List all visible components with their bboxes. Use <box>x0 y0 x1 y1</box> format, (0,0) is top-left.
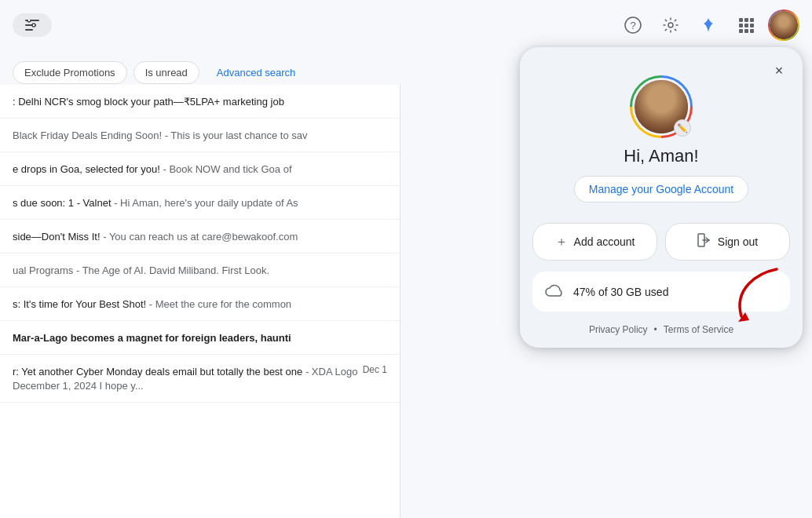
svg-rect-8 <box>739 18 743 22</box>
apps-button[interactable] <box>730 9 762 41</box>
help-button[interactable]: ? <box>617 9 649 41</box>
avatar <box>770 11 798 39</box>
list-item[interactable]: Dec 1 r: Yet another Cyber Monday deals … <box>0 355 400 403</box>
list-item[interactable]: ual Programs - The Age of AI. David Mili… <box>0 254 400 287</box>
panel-actions: ＋ Add account Sign out <box>532 223 790 261</box>
list-item[interactable]: s due soon: 1 - Valnet - Hi Aman, here's… <box>0 186 400 220</box>
topbar: ? <box>0 0 812 50</box>
cloud-icon <box>545 283 564 301</box>
svg-point-7 <box>668 23 673 27</box>
terms-of-service-link[interactable]: Terms of Service <box>664 324 733 335</box>
svg-rect-10 <box>750 18 754 22</box>
email-list: : Delhi NCR's smog block your path—₹5LPA… <box>0 85 401 518</box>
svg-point-3 <box>27 20 31 22</box>
filter-button[interactable] <box>13 13 52 37</box>
svg-rect-11 <box>739 24 743 27</box>
topbar-left <box>13 13 52 37</box>
list-item[interactable]: Black Friday Deals Ending Soon! - This i… <box>0 119 400 152</box>
svg-rect-12 <box>744 24 748 27</box>
profile-panel: × ✏️ Hi, Aman! Manage your Google Accoun… <box>520 47 803 348</box>
svg-rect-16 <box>750 29 754 33</box>
svg-rect-14 <box>739 29 743 33</box>
close-button[interactable]: × <box>766 58 792 83</box>
profile-greeting: Hi, Aman! <box>624 146 698 166</box>
is-unread-chip[interactable]: Is unread <box>134 61 199 84</box>
add-account-label: Add account <box>574 235 635 248</box>
sign-out-button[interactable]: Sign out <box>665 223 790 261</box>
sign-out-icon <box>697 233 711 250</box>
add-account-button[interactable]: ＋ Add account <box>532 223 657 261</box>
list-item[interactable]: e drops in Goa, selected for you! - Book… <box>0 152 400 186</box>
svg-rect-9 <box>744 18 748 22</box>
topbar-right: ? <box>617 9 799 41</box>
panel-footer: Privacy Policy • Terms of Service <box>532 321 790 335</box>
sign-out-label: Sign out <box>718 235 758 248</box>
profile-avatar-wrap: ✏️ <box>630 75 693 138</box>
storage-text: 47% of 30 GB used <box>573 286 668 298</box>
manage-account-button[interactable]: Manage your Google Account <box>574 176 748 202</box>
svg-point-4 <box>32 24 35 27</box>
settings-button[interactable] <box>655 9 686 41</box>
spark-button[interactable] <box>693 9 724 41</box>
list-item[interactable]: Mar-a-Lago becomes a magnet for foreign … <box>0 321 400 355</box>
edit-avatar-badge[interactable]: ✏️ <box>674 119 691 137</box>
list-item[interactable]: s: It's time for Your Best Shot! - Meet … <box>0 287 400 321</box>
profile-header: ✏️ Hi, Aman! Manage your Google Account <box>532 63 790 212</box>
privacy-policy-link[interactable]: Privacy Policy <box>589 324 648 335</box>
advanced-search-link[interactable]: Advanced search <box>206 62 306 83</box>
svg-rect-13 <box>750 24 754 27</box>
account-avatar-button[interactable] <box>768 9 799 41</box>
svg-rect-15 <box>744 29 748 33</box>
list-item[interactable]: side—Don't Miss It! - You can reach us a… <box>0 220 400 254</box>
exclude-promotions-chip[interactable]: Exclude Promotions <box>13 61 127 84</box>
list-item[interactable]: : Delhi NCR's smog block your path—₹5LPA… <box>0 85 400 119</box>
svg-rect-2 <box>25 29 33 31</box>
storage-bar[interactable]: 47% of 30 GB used <box>532 272 790 312</box>
plus-icon: ＋ <box>555 234 568 250</box>
svg-text:?: ? <box>630 20 635 31</box>
footer-separator: • <box>654 324 657 335</box>
